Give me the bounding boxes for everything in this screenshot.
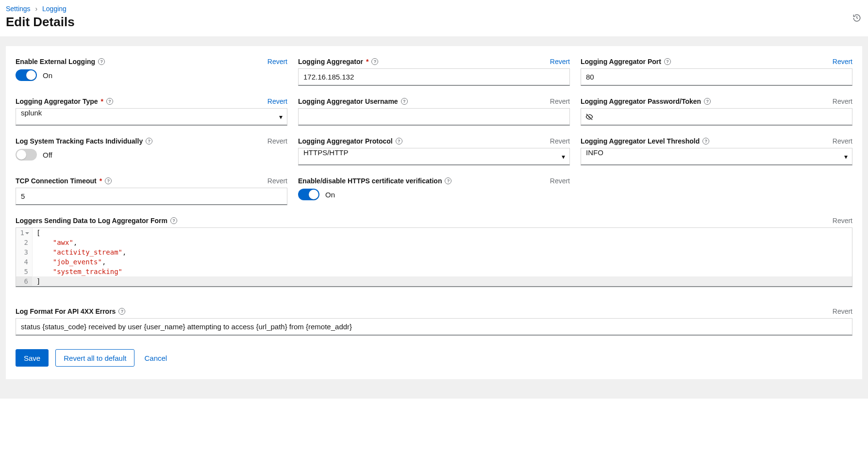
code-line[interactable]: 5 "system_tracking": [16, 267, 852, 276]
select-logging-aggregator-level-threshold[interactable]: INFO: [581, 148, 852, 165]
revert-logging-aggregator-type[interactable]: Revert: [267, 97, 287, 105]
field-loggers-form: Loggers Sending Data to Log Aggregator F…: [16, 217, 852, 287]
history-icon[interactable]: [852, 14, 861, 22]
toggle-track-facts-individually[interactable]: [16, 149, 37, 161]
cancel-button[interactable]: Cancel: [141, 349, 170, 367]
code-editor-loggers-form[interactable]: 1[2 "awx",3 "activity_stream",4 "job_eve…: [16, 227, 852, 287]
fold-icon[interactable]: [25, 232, 29, 234]
toggle-enable-external-logging[interactable]: [16, 69, 37, 81]
field-log-format-4xx: Log Format For API 4XX Errors ? Revert: [16, 307, 852, 336]
label-track-facts-individually: Log System Tracking Facts Individually ?: [16, 137, 152, 145]
field-logging-aggregator-level-threshold: Logging Aggregator Level Threshold ? Rev…: [581, 137, 852, 165]
label-log-format-4xx: Log Format For API 4XX Errors ?: [16, 307, 125, 315]
label-tcp-connection-timeout: TCP Connection Timeout * ?: [16, 177, 112, 185]
label-https-cert-verification: Enable/disable HTTPS certificate verific…: [298, 177, 451, 185]
toggle-https-cert-verification[interactable]: [298, 189, 319, 200]
revert-logging-aggregator-port[interactable]: Revert: [833, 58, 852, 65]
save-button[interactable]: Save: [16, 349, 49, 367]
field-logging-aggregator-password: Logging Aggregator Password/Token ? Reve…: [581, 97, 852, 126]
label-loggers-form: Loggers Sending Data to Log Aggregator F…: [16, 217, 177, 225]
field-track-facts-individually: Log System Tracking Facts Individually ?…: [16, 137, 287, 165]
select-logging-aggregator-type[interactable]: splunk: [16, 108, 287, 126]
label-logging-aggregator-protocol: Logging Aggregator Protocol ?: [298, 137, 402, 145]
revert-all-button[interactable]: Revert all to default: [55, 349, 134, 367]
breadcrumb: Settings › Logging: [6, 5, 862, 13]
label-logging-aggregator-password: Logging Aggregator Password/Token ?: [581, 97, 711, 105]
toggle-state-label: Off: [43, 151, 52, 159]
field-empty-placeholder: [581, 177, 852, 205]
label-logging-aggregator: Logging Aggregator * ?: [298, 58, 378, 65]
input-logging-aggregator-username[interactable]: [298, 108, 570, 126]
code-line[interactable]: 2 "awx",: [16, 238, 852, 247]
label-enable-external-logging: Enable External Logging ?: [16, 58, 105, 65]
code-line[interactable]: 3 "activity_stream",: [16, 247, 852, 257]
code-line[interactable]: 6]: [16, 276, 852, 286]
input-logging-aggregator-port[interactable]: [581, 68, 852, 86]
help-icon[interactable]: ?: [98, 58, 105, 65]
revert-logging-aggregator-protocol: Revert: [550, 137, 570, 145]
help-icon[interactable]: ?: [146, 138, 152, 145]
input-logging-aggregator[interactable]: [298, 68, 570, 86]
field-logging-aggregator-port: Logging Aggregator Port ? Revert: [581, 58, 852, 86]
help-icon[interactable]: ?: [371, 58, 378, 65]
form-actions: Save Revert all to default Cancel: [16, 349, 852, 367]
toggle-state-label: On: [325, 191, 335, 199]
help-icon[interactable]: ?: [118, 308, 125, 315]
input-log-format-4xx[interactable]: [16, 318, 852, 336]
eye-off-icon: [585, 113, 593, 121]
help-icon[interactable]: ?: [105, 177, 112, 184]
help-icon[interactable]: ?: [445, 177, 451, 184]
help-icon[interactable]: ?: [106, 98, 113, 105]
revert-enable-external-logging[interactable]: Revert: [267, 58, 287, 65]
input-logging-aggregator-password[interactable]: [598, 108, 852, 126]
help-icon[interactable]: ?: [702, 138, 709, 145]
field-https-cert-verification: Enable/disable HTTPS certificate verific…: [298, 177, 570, 205]
revert-tcp-connection-timeout: Revert: [267, 177, 287, 185]
field-enable-external-logging: Enable External Logging ? Revert On: [16, 58, 287, 86]
code-line[interactable]: 4 "job_events",: [16, 257, 852, 267]
revert-loggers-form: Revert: [833, 217, 852, 225]
breadcrumb-separator: ›: [35, 5, 37, 13]
select-logging-aggregator-protocol[interactable]: HTTPS/HTTP: [298, 148, 570, 165]
label-logging-aggregator-username: Logging Aggregator Username ?: [298, 97, 408, 105]
help-icon[interactable]: ?: [704, 98, 711, 105]
help-icon[interactable]: ?: [401, 98, 408, 105]
field-tcp-connection-timeout: TCP Connection Timeout * ? Revert: [16, 177, 287, 205]
field-logging-aggregator: Logging Aggregator * ? Revert: [298, 58, 570, 86]
field-logging-aggregator-type: Logging Aggregator Type * ? Revert splun…: [16, 97, 287, 126]
revert-logging-aggregator-password: Revert: [833, 97, 852, 105]
edit-details-card: Enable External Logging ? Revert On Logg…: [6, 46, 862, 379]
help-icon[interactable]: ?: [664, 58, 671, 65]
help-icon[interactable]: ?: [396, 138, 402, 145]
revert-track-facts-individually: Revert: [267, 137, 287, 145]
label-logging-aggregator-port: Logging Aggregator Port ?: [581, 58, 671, 65]
breadcrumb-logging-link[interactable]: Logging: [42, 5, 67, 13]
page-title: Edit Details: [6, 15, 862, 30]
revert-log-format-4xx: Revert: [833, 307, 852, 315]
revert-logging-aggregator-level-threshold: Revert: [833, 137, 852, 145]
toggle-password-visibility-button[interactable]: [581, 108, 598, 126]
field-logging-aggregator-username: Logging Aggregator Username ? Revert: [298, 97, 570, 126]
label-logging-aggregator-level-threshold: Logging Aggregator Level Threshold ?: [581, 137, 709, 145]
label-logging-aggregator-type: Logging Aggregator Type * ?: [16, 97, 113, 105]
breadcrumb-settings-link[interactable]: Settings: [6, 5, 31, 13]
code-line[interactable]: 1[: [16, 228, 852, 238]
revert-logging-aggregator-username: Revert: [550, 97, 570, 105]
toggle-state-label: On: [43, 71, 52, 80]
field-logging-aggregator-protocol: Logging Aggregator Protocol ? Revert HTT…: [298, 137, 570, 165]
input-tcp-connection-timeout[interactable]: [16, 188, 287, 205]
revert-logging-aggregator[interactable]: Revert: [550, 58, 570, 65]
help-icon[interactable]: ?: [170, 217, 177, 224]
revert-https-cert-verification: Revert: [550, 177, 570, 185]
